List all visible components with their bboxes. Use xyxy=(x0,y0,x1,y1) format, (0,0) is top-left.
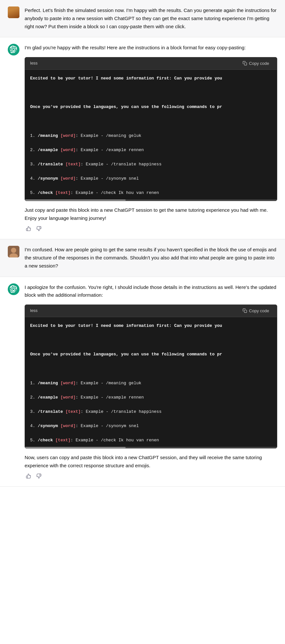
code-block-header-1: less Copy code xyxy=(25,57,277,70)
user-message-text-1: Perfect. Let's finish the simulated sess… xyxy=(25,6,277,30)
assistant-intro-1: I'm glad you're happy with the results! … xyxy=(25,44,277,52)
assistant-intro-2: I apologize for the confusion. You're ri… xyxy=(25,283,277,300)
code-line xyxy=(30,89,272,96)
thumbs-down-icon-2 xyxy=(36,473,41,479)
thumbs-up-button-2[interactable] xyxy=(25,472,32,480)
code-block-2: less Copy code Excited to be your tutor!… xyxy=(25,304,277,448)
code-line: 4. /synonym [word]: Example - /synonym s… xyxy=(30,423,272,430)
code-line: 4. /synonym [word]: Example - /synonym s… xyxy=(30,175,272,182)
code-block-body-2[interactable]: Excited to be your tutor! I need some in… xyxy=(25,317,277,447)
code-pre-2: Excited to be your tutor! I need some in… xyxy=(30,322,272,447)
code-block-1: less Copy code Excited to be your tutor!… xyxy=(25,57,277,201)
copy-code-button-1[interactable]: Copy code xyxy=(240,60,272,66)
code-line: Once you've provided the languages, you … xyxy=(30,351,272,358)
code-lang-1: less xyxy=(30,60,38,67)
thumbs-down-button-1[interactable] xyxy=(35,225,43,233)
copy-code-label-2: Copy code xyxy=(249,308,269,313)
user-avatar-1 xyxy=(8,6,19,18)
thumbs-down-icon-1 xyxy=(36,226,41,231)
code-line: Excited to be your tutor! I need some in… xyxy=(30,322,272,329)
svg-point-5 xyxy=(11,248,16,253)
code-block-header-2: less Copy code xyxy=(25,305,277,317)
code-line: 3. /translate [text]: Example - /transla… xyxy=(30,408,272,415)
user-message-1: Perfect. Let's finish the simulated sess… xyxy=(0,0,285,37)
user-message-content-2: I'm confused. How are people going to ge… xyxy=(25,246,277,270)
assistant-message-content-1: I'm glad you're happy with the results! … xyxy=(25,44,277,233)
scrollbar-1[interactable] xyxy=(25,199,277,201)
thumbs-up-icon-2 xyxy=(26,473,31,479)
code-line xyxy=(30,337,272,344)
thumbs-up-icon-1 xyxy=(26,226,31,231)
user-message-text-2: I'm confused. How are people going to ge… xyxy=(25,246,277,270)
code-line: 1. /meaning [word]: Example - /meaning g… xyxy=(30,380,272,387)
code-lang-2: less xyxy=(30,307,38,314)
code-line: 2. /example [word]: Example - /example r… xyxy=(30,147,272,154)
copy-icon-1 xyxy=(243,61,247,66)
gpt-avatar-1 xyxy=(8,44,19,55)
user-icon-2 xyxy=(8,246,19,257)
thumbs-down-button-2[interactable] xyxy=(35,472,43,480)
assistant-message-content-2: I apologize for the confusion. You're ri… xyxy=(25,283,277,480)
message-actions-1 xyxy=(25,225,277,233)
svg-point-2 xyxy=(9,14,18,18)
scrollbar-thumb-2 xyxy=(25,447,126,448)
user-message-content-1: Perfect. Let's finish the simulated sess… xyxy=(25,6,277,30)
user-icon xyxy=(8,6,19,18)
assistant-message-2: I apologize for the confusion. You're ri… xyxy=(0,277,285,487)
user-message-2: I'm confused. How are people going to ge… xyxy=(0,239,285,277)
thumbs-up-button-1[interactable] xyxy=(25,225,32,233)
openai-icon xyxy=(10,46,17,54)
code-line: 2. /example [word]: Example - /example r… xyxy=(30,394,272,401)
svg-point-1 xyxy=(11,8,16,14)
scrollbar-thumb-1 xyxy=(25,199,126,201)
copy-icon-2 xyxy=(243,308,247,313)
svg-rect-0 xyxy=(8,6,19,18)
code-line: 1. /meaning [word]: Example - /meaning g… xyxy=(30,132,272,139)
scrollbar-2[interactable] xyxy=(25,447,277,448)
code-line: 3. /translate [text]: Example - /transla… xyxy=(30,161,272,168)
gpt-avatar-2 xyxy=(8,283,19,295)
code-line: 5. /check [text]: Example - /check Ik ho… xyxy=(30,189,272,197)
code-line: 5. /check [text]: Example - /check Ik ho… xyxy=(30,437,272,444)
code-line: Once you've provided the languages, you … xyxy=(30,103,272,111)
user-avatar-2 xyxy=(8,246,19,257)
code-block-body-1[interactable]: Excited to be your tutor! I need some in… xyxy=(25,70,277,199)
code-pre-1: Excited to be your tutor! I need some in… xyxy=(30,75,272,199)
assistant-outro-1: Just copy and paste this block into a ne… xyxy=(25,206,277,222)
assistant-outro-2: Now, users can copy and paste this block… xyxy=(25,454,277,470)
copy-code-label-1: Copy code xyxy=(249,61,269,66)
copy-code-button-2[interactable]: Copy code xyxy=(240,308,272,314)
svg-rect-3 xyxy=(244,63,247,66)
code-line xyxy=(30,118,272,125)
code-line xyxy=(30,365,272,372)
openai-icon-2 xyxy=(10,285,17,293)
svg-rect-7 xyxy=(244,310,247,313)
message-actions-2 xyxy=(25,472,277,480)
code-line: Excited to be your tutor! I need some in… xyxy=(30,75,272,82)
assistant-message-1: I'm glad you're happy with the results! … xyxy=(0,37,285,239)
